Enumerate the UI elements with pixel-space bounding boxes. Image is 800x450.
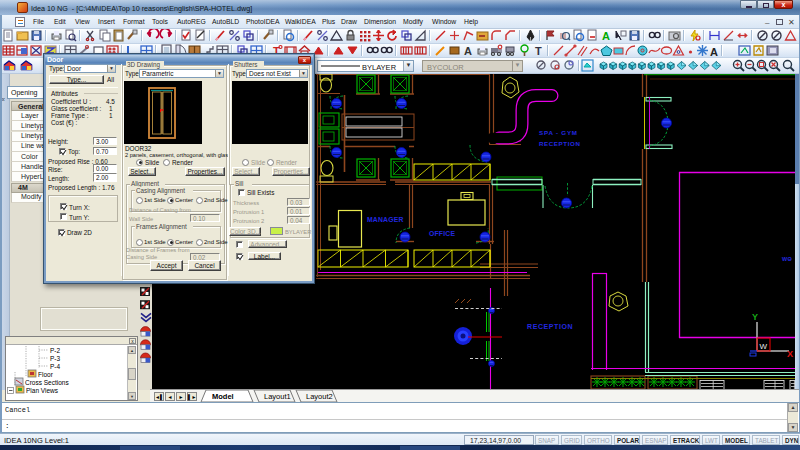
svg-text:A: A (602, 30, 610, 42)
svg-text:P-4: P-4 (50, 363, 61, 370)
svg-text:SPA - GYM: SPA - GYM (539, 129, 578, 136)
svg-text:Model: Model (212, 392, 234, 401)
svg-text:Floor: Floor (38, 371, 54, 378)
svg-text:Y: Y (752, 312, 758, 322)
svg-text:X: X (787, 349, 793, 359)
svg-text:A: A (464, 45, 472, 57)
svg-text:Layout2: Layout2 (306, 392, 333, 401)
svg-text:RECEPTION: RECEPTION (527, 323, 573, 330)
svg-text:P-2: P-2 (50, 347, 61, 354)
svg-text:Layout1: Layout1 (264, 392, 291, 401)
svg-text:OFFICE: OFFICE (429, 230, 455, 237)
svg-text:Cross Sections: Cross Sections (25, 379, 69, 386)
svg-text:RECEPTION: RECEPTION (539, 140, 581, 147)
svg-text:P-3: P-3 (50, 355, 61, 362)
svg-text:W: W (760, 342, 768, 351)
svg-text:Plan Views: Plan Views (26, 387, 59, 394)
svg-text:MANAGER: MANAGER (367, 216, 404, 223)
svg-text:T: T (535, 45, 542, 57)
svg-text:A: A (710, 46, 718, 58)
svg-text:WΘ: WΘ (782, 256, 792, 262)
